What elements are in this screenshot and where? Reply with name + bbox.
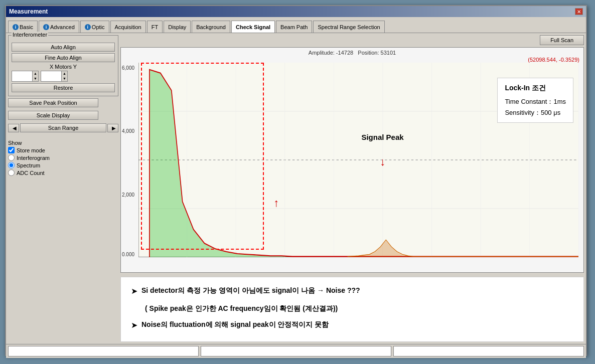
main-window: Measurement ✕ i Basic i Advanced i Optic… xyxy=(5,5,587,356)
arrow-to-spike: ↑ xyxy=(273,197,279,210)
title-bar: Measurement ✕ xyxy=(6,6,586,17)
scan-range-next-button[interactable]: ▶ xyxy=(107,124,118,132)
x-down-btn[interactable]: ▼ xyxy=(32,76,38,81)
interferogram-row: Interferogram xyxy=(8,154,118,161)
tab-display[interactable]: Display xyxy=(164,21,191,33)
y-label-0: 0.000 xyxy=(122,252,134,257)
tab-icon-advanced: i xyxy=(43,24,49,30)
tab-background[interactable]: Background xyxy=(192,21,230,33)
store-mode-checkbox[interactable] xyxy=(8,147,15,153)
annotation-line3: ➤ Noise의 fluctuation에 의해 signal peak이 안정… xyxy=(131,317,573,333)
save-peak-button[interactable]: Save Peak Position xyxy=(8,98,98,107)
scan-range-button[interactable]: Scan Range xyxy=(20,123,106,132)
store-mode-label: Store mode xyxy=(17,147,45,153)
adc-count-label: ADC Count xyxy=(17,170,45,176)
store-mode-row: Store mode xyxy=(8,147,118,153)
window-title: Measurement xyxy=(9,8,48,15)
chart-info: Amplitude: -14728 Position: 53101 xyxy=(121,50,583,56)
y-label-2000: 2,000 xyxy=(122,192,134,198)
bottom-bar: Accept & Exit xyxy=(6,344,586,358)
spinners-row: 0 ▲ ▼ 0 ▲ ▼ xyxy=(12,71,115,82)
position-label: Position: 53101 xyxy=(358,50,396,56)
interferogram-radio[interactable] xyxy=(8,154,15,161)
tab-optic[interactable]: i Optic xyxy=(80,21,109,33)
tab-basic[interactable]: i Basic xyxy=(8,21,38,33)
spectrum-label: Spectrum xyxy=(17,162,40,168)
interferogram-label: Interferogram xyxy=(17,155,50,161)
x-spinner[interactable]: 0 ▲ ▼ xyxy=(12,71,39,82)
full-scan-button[interactable]: Full Scan xyxy=(540,35,584,45)
y-down-btn[interactable]: ▼ xyxy=(61,76,67,81)
bullet-arrow-1: ➤ xyxy=(131,283,137,299)
adc-count-row: ADC Count xyxy=(8,169,118,176)
tab-icon-basic: i xyxy=(13,24,19,30)
close-button[interactable]: ✕ xyxy=(575,8,583,15)
bullet-arrow-2: ➤ xyxy=(131,317,137,333)
tab-spectral-range[interactable]: Spectral Range Selection xyxy=(313,21,384,33)
bottom-input-3[interactable] xyxy=(393,346,584,356)
tab-beam-path[interactable]: Beam Path xyxy=(276,21,312,33)
right-panel: Full Scan Amplitude: -14728 Position: 53… xyxy=(120,35,584,342)
y-label-6000: 6,000 xyxy=(122,65,134,71)
signal-peak-label: Signal Peak xyxy=(361,133,403,141)
chart-container: Amplitude: -14728 Position: 53101 (52098… xyxy=(120,47,584,273)
fine-auto-align-button[interactable]: Fine Auto Align xyxy=(12,53,115,62)
amplitude-label: Amplitude: -14728 xyxy=(309,50,353,56)
content-area: Interferometer Auto Align Fine Auto Alig… xyxy=(6,33,586,344)
spectrum-radio[interactable] xyxy=(8,162,15,168)
tab-check-signal[interactable]: Check Signal xyxy=(231,21,275,33)
tab-bar: i Basic i Advanced i Optic Acquisition F… xyxy=(6,17,586,33)
annotation-text-2: ( Spike peak은 인가한 AC frequency임이 확인됨 (계산… xyxy=(145,301,573,315)
bottom-input-1[interactable]: Accept & Exit xyxy=(8,346,199,356)
time-constant-label: Time Constant：1ms xyxy=(505,96,566,107)
lock-in-box: Lock-In 조건 Time Constant：1ms Sensitivity… xyxy=(497,78,573,123)
arrow-to-peak: ↓ xyxy=(380,155,385,168)
show-label: Show xyxy=(8,140,118,146)
left-panel: Interferometer Auto Align Fine Auto Alig… xyxy=(8,35,118,342)
tab-acquisition[interactable]: Acquisition xyxy=(110,21,146,33)
spectrum-row: Spectrum xyxy=(8,162,118,168)
y-input[interactable]: 0 xyxy=(41,73,61,79)
scale-display-button[interactable]: Scale Display xyxy=(8,111,98,120)
chart-coords: (52098.544, -0.3529) xyxy=(528,57,579,63)
scan-range-row: ◀ Scan Range ▶ xyxy=(8,123,118,134)
interferometer-title: Interferometer xyxy=(12,32,48,38)
lock-in-title: Lock-In 조건 xyxy=(505,82,566,94)
bottom-input-2[interactable] xyxy=(201,346,391,356)
annotation-box: ➤ Si detector의 측정 가능 영역이 아님에도 signal이 나옴… xyxy=(120,277,584,342)
y-up-btn[interactable]: ▲ xyxy=(61,71,67,76)
auto-align-button[interactable]: Auto Align xyxy=(12,43,115,52)
tab-ft[interactable]: FT xyxy=(147,21,163,33)
restore-button[interactable]: Restore xyxy=(12,83,115,92)
annotation-text-3: Noise의 fluctuation에 의해 signal peak이 안정적이… xyxy=(141,317,329,331)
x-up-btn[interactable]: ▲ xyxy=(32,71,38,76)
annotation-line1: ➤ Si detector의 측정 가능 영역이 아님에도 signal이 나옴… xyxy=(131,283,573,299)
annotation-text-1: Si detector의 측정 가능 영역이 아님에도 signal이 나옴 →… xyxy=(141,283,360,297)
sensitivity-label: Sensitivity：500 μs xyxy=(505,107,566,118)
tab-icon-optic: i xyxy=(85,24,91,30)
interferometer-group: Interferometer Auto Align Fine Auto Alig… xyxy=(8,35,118,96)
full-scan-row: Full Scan xyxy=(120,35,584,45)
adc-count-radio[interactable] xyxy=(8,169,15,176)
tab-advanced[interactable]: i Advanced xyxy=(39,21,79,33)
scan-range-prev-button[interactable]: ◀ xyxy=(8,124,19,132)
show-group: Show Store mode Interferogram Spectrum A… xyxy=(8,140,118,177)
y-label-4000: 4,000 xyxy=(122,128,134,134)
xy-label: X Motors Y xyxy=(12,64,115,70)
y-spinner[interactable]: 0 ▲ ▼ xyxy=(41,71,68,82)
x-input[interactable]: 0 xyxy=(12,73,32,79)
